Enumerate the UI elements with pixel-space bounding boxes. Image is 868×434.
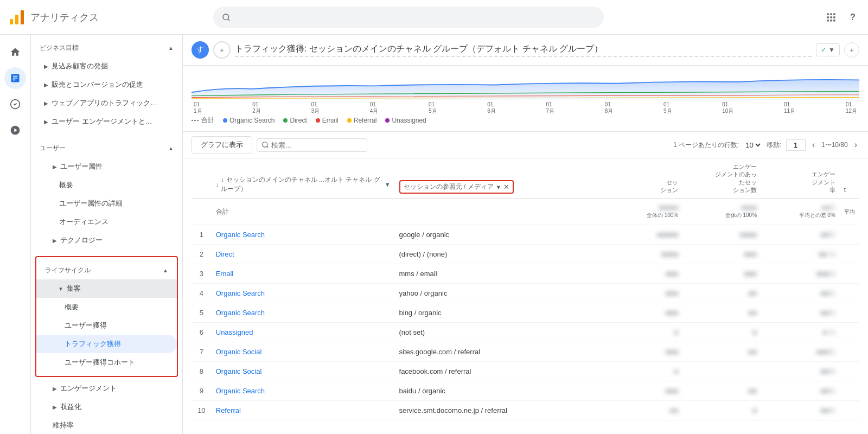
- nav-explore-icon[interactable]: [4, 93, 26, 115]
- dropdown-filter-icon[interactable]: ▼: [496, 184, 502, 190]
- sidebar-item-prospecting[interactable]: ▶ 見込み顧客の発掘: [31, 57, 182, 75]
- svg-rect-4: [827, 13, 828, 15]
- col-eng-rate-header[interactable]: エンゲージメント率: [761, 158, 840, 199]
- row-eng-sessions: ■■■■: [682, 225, 761, 245]
- sidebar-section-user: ユーザー ▲ ▶ ユーザー属性 概要 ユーザー属性の詳細 オーディエンス ▶ テ…: [31, 135, 182, 254]
- row-channel[interactable]: Organic Search: [212, 303, 395, 323]
- search-bar[interactable]: [213, 7, 604, 28]
- sidebar-section-lifecycle-header[interactable]: ライフサイクル ▲: [36, 261, 177, 279]
- legend-total-icon: [192, 118, 199, 123]
- sidebar-item-monetization[interactable]: ▶ 収益化: [31, 398, 182, 416]
- row-source: baidu / organic: [395, 381, 604, 401]
- filter-close-icon[interactable]: ✕: [503, 183, 509, 191]
- sidebar-item-audience[interactable]: オーディエンス: [31, 213, 182, 231]
- row-eng-sessions: ■: [682, 401, 761, 420]
- sidebar-item-user-details[interactable]: ユーザー属性の詳細: [31, 194, 182, 213]
- table-search-input[interactable]: [271, 141, 362, 149]
- legend-unassigned: Unassigned: [385, 117, 426, 124]
- sidebar-section-lifecycle: ライフサイクル ▲ ▼ 集客 概要 ユーザー獲得 トラフィック獲得 ユーザー獲得: [36, 257, 177, 376]
- row-extra: [840, 401, 859, 420]
- nav-advertising-icon[interactable]: [4, 119, 26, 141]
- row-num: 3: [192, 264, 212, 284]
- table-row: 3 Email mms / email ■■■ ■■■ ■■■%: [192, 264, 859, 284]
- svg-point-15: [263, 142, 267, 147]
- row-eng-sessions: ■■■: [682, 264, 761, 284]
- app-title: アナリティクス: [30, 11, 99, 24]
- check-button[interactable]: ✓ ▼: [816, 43, 840, 56]
- sidebar-item-traffic[interactable]: ▶ ウェブ／アプリのトラフィック…: [31, 94, 182, 112]
- row-channel[interactable]: Unassigned: [212, 323, 395, 342]
- row-source: service.smt.docomo.ne.jp / referral: [395, 401, 604, 420]
- row-num: 7: [192, 342, 212, 362]
- row-channel[interactable]: Organic Social: [212, 362, 395, 381]
- sidebar-item-user-acquisition[interactable]: ユーザー獲得: [36, 316, 177, 335]
- table-search-wrap[interactable]: [257, 138, 367, 152]
- row-source: (direct) / (none): [395, 245, 604, 264]
- sidebar-item-cohort[interactable]: ユーザー獲得コホート: [36, 353, 177, 372]
- col-channel-header[interactable]: ↓ ↓ セッションのメインのチャネル ...オルト チャネル グループ） ▼: [212, 158, 395, 199]
- nav-reports-icon[interactable]: [4, 67, 26, 89]
- nav-home-icon[interactable]: [4, 41, 26, 63]
- search-input[interactable]: [235, 13, 595, 22]
- col-engagement-header[interactable]: エンゲージメントのあったセッション数: [682, 158, 761, 199]
- chart-svg: [192, 70, 859, 100]
- add-view-button[interactable]: +: [844, 42, 859, 58]
- totals-eng-value: ■■■■: [687, 204, 757, 212]
- row-channel[interactable]: Referral: [212, 401, 395, 420]
- svg-rect-1: [15, 15, 18, 24]
- sidebar-section-business-header[interactable]: ビジネス目標 ▲: [31, 39, 182, 57]
- row-eng-sessions: ■■■: [682, 245, 761, 264]
- row-channel[interactable]: Email: [212, 264, 395, 284]
- row-eng-rate: ■■%: [761, 303, 840, 323]
- table-row: 5 Organic Search bing / organic ■■■ ■■ ■…: [192, 303, 859, 323]
- row-num: 8: [192, 362, 212, 381]
- next-page-button[interactable]: ›: [852, 140, 859, 150]
- logo: アナリティクス: [9, 9, 99, 25]
- sidebar-section-user-header[interactable]: ユーザー ▲: [31, 139, 182, 157]
- sidebar-item-engagement[interactable]: ▶ ユーザー エンゲージメントと…: [31, 112, 182, 131]
- row-channel[interactable]: Organic Social: [212, 342, 395, 362]
- nav-label: 移動:: [767, 141, 781, 150]
- row-sessions: ■■■: [604, 381, 683, 401]
- dropdown-icon[interactable]: ▼: [385, 181, 391, 188]
- row-extra: [840, 303, 859, 323]
- col-extra-header: t: [840, 158, 859, 199]
- totals-sessions: ■■■■■ 全体の 100%: [604, 199, 683, 225]
- sidebar-item-sales[interactable]: ▶ 販売とコンバージョンの促進: [31, 75, 182, 94]
- sidebar-item-user-attributes[interactable]: ▶ ユーザー属性: [31, 157, 182, 176]
- header-actions: ✓ ▼ +: [816, 42, 859, 58]
- table-row: 2 Direct (direct) / (none) ■■■■ ■■■ ■■ %: [192, 245, 859, 264]
- legend-referral: Referral: [347, 117, 377, 124]
- row-eng-sessions: [682, 362, 761, 381]
- graph-button[interactable]: グラフに表示: [192, 136, 252, 154]
- sidebar-item-engagement-section[interactable]: ▶ エンゲージメント: [31, 379, 182, 398]
- row-channel[interactable]: Organic Search: [212, 284, 395, 303]
- help-icon[interactable]: ?: [846, 11, 859, 24]
- legend-referral-dot: [347, 118, 352, 123]
- per-page-select[interactable]: 10 25 50: [743, 141, 762, 150]
- prev-page-button[interactable]: ‹: [810, 140, 817, 150]
- totals-sessions-value: ■■■■■: [609, 204, 679, 212]
- totals-eng-sessions: ■■■■ 全体の 100%: [682, 199, 761, 225]
- row-channel[interactable]: Organic Search: [212, 381, 395, 401]
- sidebar-item-user-overview[interactable]: 概要: [31, 176, 182, 194]
- col-sessions-header[interactable]: セッション: [604, 158, 683, 199]
- sidebar-item-acquisition-overview[interactable]: 概要: [36, 298, 177, 316]
- sidebar-item-traffic-acquisition[interactable]: トラフィック獲得: [36, 335, 177, 353]
- legend-direct: Direct: [283, 117, 307, 124]
- svg-rect-8: [830, 16, 832, 18]
- row-num: 5: [192, 303, 212, 323]
- row-channel[interactable]: Organic Search: [212, 225, 395, 245]
- row-num: 6: [192, 323, 212, 342]
- row-eng-sessions: ■■: [682, 303, 761, 323]
- nav-input[interactable]: [786, 139, 806, 151]
- row-sessions: ■■■: [604, 284, 683, 303]
- table-search-icon: [261, 141, 269, 149]
- row-channel[interactable]: Direct: [212, 245, 395, 264]
- sidebar-item-technology[interactable]: ▶ テクノロジー: [31, 231, 182, 250]
- sidebar-section-business: ビジネス目標 ▲ ▶ 見込み顧客の発掘 ▶ 販売とコンバージョンの促進 ▶ ウェ…: [31, 35, 182, 135]
- sidebar-item-acquisition-parent[interactable]: ▼ 集客: [36, 279, 177, 298]
- grid-icon[interactable]: [825, 11, 838, 24]
- add-circle-btn[interactable]: +: [213, 41, 231, 59]
- sidebar-item-retention[interactable]: 維持率: [31, 416, 182, 434]
